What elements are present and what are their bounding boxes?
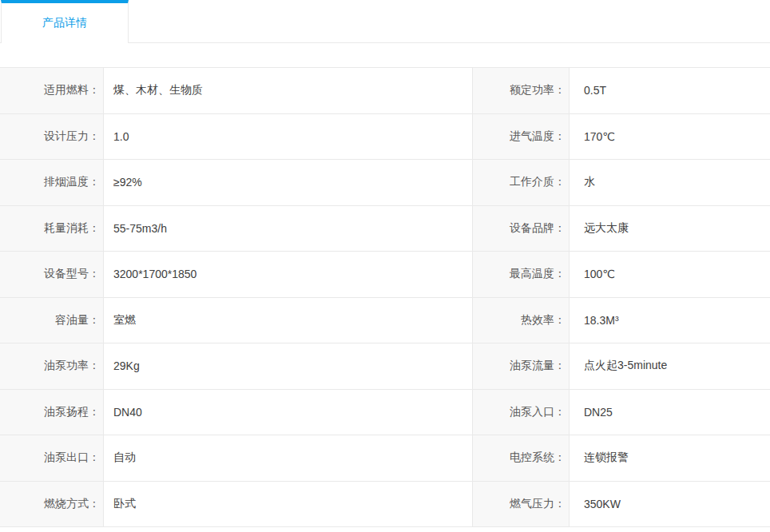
spec-value: DN40: [104, 390, 473, 435]
spec-label: 油泵扬程：: [0, 390, 104, 435]
table-row: 排烟温度： ≥92% 工作介质： 水: [0, 160, 770, 206]
tab-product-details[interactable]: 产品详情: [1, 0, 129, 43]
spec-value: 室燃: [104, 298, 473, 343]
spec-label: 设备品牌：: [473, 206, 570, 252]
spec-label: 工作介质：: [473, 160, 570, 205]
table-row: 燃烧方式： 卧式 燃气压力： 350KW: [0, 482, 770, 528]
tabs-header: 产品详情: [0, 0, 770, 43]
table-row: 油泵扬程： DN40 油泵入口： DN25: [0, 390, 770, 436]
table-row: 设计压力： 1.0 进气温度： 170℃: [0, 114, 770, 161]
spec-label: 容油量：: [0, 298, 104, 343]
spec-value: 水: [570, 160, 770, 205]
spec-value: 18.3M³: [570, 298, 770, 343]
spec-label: 额定功率：: [473, 68, 570, 113]
spec-label: 油泵出口：: [0, 435, 104, 481]
spec-value: 3200*1700*1850: [104, 252, 473, 297]
spec-value: 350KW: [570, 482, 770, 527]
spec-table: 适用燃料： 煤、木材、生物质 额定功率： 0.5T 设计压力： 1.0 进气温度…: [0, 67, 770, 527]
spec-label: 设计压力：: [0, 114, 104, 160]
spec-value: 29Kg: [104, 343, 473, 389]
spec-value: 远大太康: [570, 206, 770, 252]
spec-value: 100℃: [570, 252, 770, 297]
table-row: 容油量： 室燃 热效率： 18.3M³: [0, 298, 770, 344]
spec-value: 1.0: [104, 114, 473, 160]
spec-label: 热效率：: [473, 298, 570, 343]
spec-label: 油泵入口：: [473, 390, 570, 435]
tab-product-details-label: 产品详情: [42, 16, 87, 30]
spec-value: 0.5T: [570, 68, 770, 113]
spec-label: 电控系统：: [473, 435, 570, 481]
spec-label: 燃气压力：: [473, 482, 570, 527]
spec-value: 煤、木材、生物质: [104, 68, 473, 113]
spec-label: 适用燃料：: [0, 68, 104, 113]
spec-label: 耗量消耗：: [0, 206, 104, 252]
spec-value: 自动: [104, 435, 473, 481]
table-row: 油泵出口： 自动 电控系统： 连锁报警: [0, 435, 770, 482]
spec-label: 燃烧方式：: [0, 482, 104, 527]
spec-label: 排烟温度：: [0, 160, 104, 205]
spec-value: DN25: [570, 390, 770, 435]
spec-label: 油泵流量：: [473, 343, 570, 389]
table-row: 耗量消耗： 55-75m3/h 设备品牌： 远大太康: [0, 206, 770, 252]
spec-label: 设备型号：: [0, 252, 104, 297]
spec-value: 点火起3-5minute: [570, 343, 770, 389]
spec-value: 卧式: [104, 482, 473, 527]
spec-label: 进气温度：: [473, 114, 570, 160]
spec-value: ≥92%: [104, 160, 473, 205]
spec-value: 55-75m3/h: [104, 206, 473, 252]
spec-value: 170℃: [570, 114, 770, 160]
spec-label: 最高温度：: [473, 252, 570, 297]
table-row: 油泵功率： 29Kg 油泵流量： 点火起3-5minute: [0, 343, 770, 390]
spec-label: 油泵功率：: [0, 343, 104, 389]
table-row: 适用燃料： 煤、木材、生物质 额定功率： 0.5T: [0, 68, 770, 114]
table-row: 设备型号： 3200*1700*1850 最高温度： 100℃: [0, 252, 770, 298]
spec-value: 连锁报警: [570, 435, 770, 481]
